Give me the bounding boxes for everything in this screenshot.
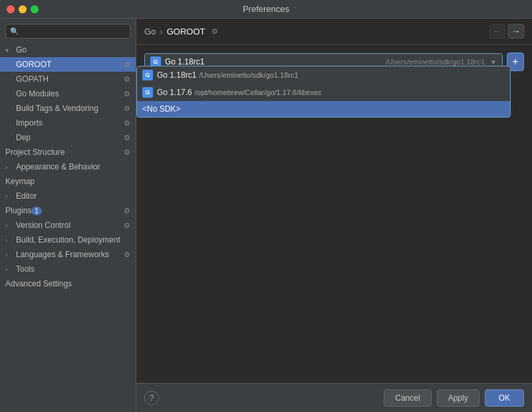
sidebar-group-go-label: Go	[16, 45, 27, 54]
bottom-actions: Cancel Apply OK	[384, 389, 524, 407]
sidebar-item-build-tags[interactable]: Build Tags & Vendoring ⚙	[0, 101, 136, 116]
close-button[interactable]	[7, 5, 15, 13]
sidebar-group-editor-label: Editor	[16, 191, 37, 201]
settings-icon: ⚙	[124, 75, 130, 84]
plugins-badge: 1	[31, 207, 42, 215]
chevron-down-icon: ▾	[5, 47, 13, 54]
sdk-dropdown-popup: G Go 1.18rc1 /Users/eminetto/sdk/go1.18r…	[136, 66, 511, 118]
chevron-right-icon: ›	[5, 251, 13, 258]
sdk-option-nosdk[interactable]: <No SDK>	[137, 101, 510, 117]
sidebar-group-build-header[interactable]: › Build, Execution, Deployment	[0, 233, 136, 247]
content-area: Go › GOROOT ⚙ ← → G Go 1.18rc1 /Users/em…	[136, 19, 532, 412]
breadcrumb-settings-icon: ⚙	[211, 27, 218, 36]
sidebar-group-appearance-label: Appearance & Behavior	[16, 162, 100, 171]
sidebar-group-appearance-header[interactable]: › Appearance & Behavior	[0, 159, 136, 174]
settings-icon: ⚙	[124, 134, 130, 142]
minimize-button[interactable]	[19, 5, 27, 13]
sdk-option-go117[interactable]: G Go 1.17.6 /opt/homebrew/Cellar/go/1.17…	[137, 84, 510, 101]
sidebar-item-imports-label: Imports	[16, 118, 43, 128]
search-input[interactable]	[22, 27, 126, 36]
sidebar-item-go-modules-label: Go Modules	[16, 89, 59, 98]
titlebar: Preferences	[0, 0, 532, 19]
sidebar-group-languages-label: Languages & Frameworks	[16, 250, 109, 259]
sidebar-item-keymap-label: Keymap	[5, 177, 35, 186]
main-layout: 🔍 ▾ Go GOROOT ⚙ GOPATH ⚙ Go Modules ⚙ Bu…	[0, 19, 532, 412]
chevron-right-icon: ›	[5, 193, 13, 200]
search-box[interactable]: 🔍	[5, 24, 130, 39]
window-title: Preferences	[243, 4, 289, 14]
sidebar-item-build-tags-label: Build Tags & Vendoring	[16, 104, 98, 113]
sidebar-group-tools-label: Tools	[16, 264, 35, 274]
chevron-right-icon: ›	[5, 237, 13, 244]
breadcrumb-separator: ›	[160, 27, 162, 37]
breadcrumb-nav: ← →	[489, 24, 524, 39]
sdk-option-go118-path: /Users/eminetto/sdk/go1.18rc1	[199, 71, 298, 79]
bottom-bar: ? Cancel Apply OK	[136, 383, 532, 412]
sidebar-item-dep-label: Dep	[16, 133, 31, 142]
settings-icon: ⚙	[124, 148, 130, 157]
sdk-option-go118-name: Go 1.18rc1	[157, 70, 196, 80]
sidebar-group-editor-header[interactable]: › Editor	[0, 189, 136, 203]
sidebar-group-tools-header[interactable]: › Tools	[0, 262, 136, 276]
nav-back-button[interactable]: ←	[489, 24, 505, 39]
sidebar-group-build-label: Build, Execution, Deployment	[16, 235, 120, 245]
maximize-button[interactable]	[31, 5, 39, 13]
sdk-selected-name: Go 1.18rc1	[165, 57, 383, 66]
help-button[interactable]: ?	[144, 391, 159, 405]
search-icon: 🔍	[10, 27, 19, 36]
settings-icon: ⚙	[124, 60, 130, 69]
sidebar-item-goroot-label: GOROOT	[16, 60, 51, 69]
sdk-area: G Go 1.18rc1 /Users/eminetto/sdk/go1.18r…	[136, 45, 532, 383]
sidebar-item-advanced-settings[interactable]: Advanced Settings	[0, 276, 136, 291]
sidebar-group-go: ▾ Go GOROOT ⚙ GOPATH ⚙ Go Modules ⚙ Buil…	[0, 43, 136, 145]
ok-button[interactable]: OK	[485, 389, 524, 407]
settings-icon: ⚙	[124, 104, 130, 113]
sidebar-item-gopath[interactable]: GOPATH ⚙	[0, 72, 136, 86]
go-sdk-icon: G	[142, 70, 153, 80]
sidebar-item-plugins[interactable]: Plugins 1 ⚙	[0, 203, 136, 218]
sidebar-item-go-modules[interactable]: Go Modules ⚙	[0, 86, 136, 101]
sidebar-item-project-structure-label: Project Structure	[5, 148, 65, 157]
window-controls	[7, 5, 39, 13]
sidebar-item-plugins-label: Plugins	[5, 206, 31, 215]
sidebar-group-go-header[interactable]: ▾ Go	[0, 43, 136, 57]
dropdown-arrow-icon: ▼	[490, 58, 497, 66]
sidebar-group-version-control-header[interactable]: › Version Control ⚙	[0, 218, 136, 233]
sidebar-item-dep[interactable]: Dep ⚙	[0, 130, 136, 145]
settings-icon: ⚙	[124, 90, 130, 98]
settings-icon: ⚙	[124, 221, 130, 230]
breadcrumb: Go › GOROOT ⚙ ← →	[136, 19, 532, 45]
breadcrumb-current: GOROOT	[167, 27, 205, 37]
sdk-selected-path: /Users/eminetto/sdk/go1.18rc1	[386, 58, 485, 66]
chevron-right-icon: ›	[5, 266, 13, 273]
sidebar-item-gopath-label: GOPATH	[16, 74, 49, 84]
sidebar-group-version-control-label: Version Control	[16, 221, 70, 230]
chevron-right-icon: ›	[5, 163, 13, 171]
settings-icon: ⚙	[124, 251, 130, 259]
sdk-option-nosdk-name: <No SDK>	[142, 104, 180, 114]
sdk-option-go117-name: Go 1.17.6	[157, 88, 192, 97]
sdk-option-go117-path: /opt/homebrew/Cellar/go/1.17.6/libexec	[195, 88, 322, 96]
sidebar-item-project-structure[interactable]: Project Structure ⚙	[0, 145, 136, 159]
sidebar-item-imports[interactable]: Imports ⚙	[0, 116, 136, 130]
sidebar-group-languages-header[interactable]: › Languages & Frameworks ⚙	[0, 247, 136, 262]
cancel-button[interactable]: Cancel	[384, 389, 431, 407]
sdk-option-go118[interactable]: G Go 1.18rc1 /Users/eminetto/sdk/go1.18r…	[137, 66, 510, 84]
sidebar-item-advanced-settings-label: Advanced Settings	[5, 279, 72, 288]
sidebar: 🔍 ▾ Go GOROOT ⚙ GOPATH ⚙ Go Modules ⚙ Bu…	[0, 19, 136, 412]
apply-button[interactable]: Apply	[437, 389, 479, 407]
breadcrumb-parent: Go	[144, 27, 156, 37]
sidebar-item-keymap[interactable]: Keymap	[0, 174, 136, 189]
settings-icon: ⚙	[124, 207, 130, 215]
go-sdk-icon: G	[142, 87, 153, 98]
sidebar-item-goroot[interactable]: GOROOT ⚙	[0, 57, 136, 72]
nav-forward-button[interactable]: →	[508, 24, 524, 39]
chevron-right-icon: ›	[5, 222, 13, 229]
settings-icon: ⚙	[124, 119, 130, 128]
